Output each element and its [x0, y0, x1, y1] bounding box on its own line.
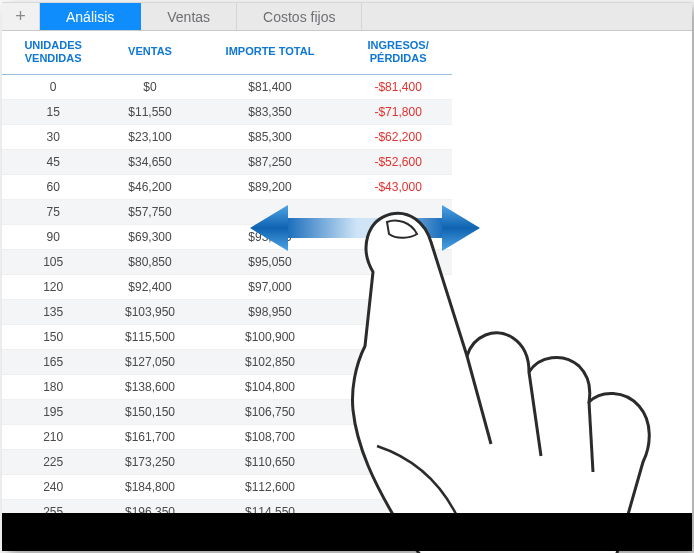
cell-income[interactable]	[344, 375, 452, 400]
cell-income[interactable]: -$71,800	[344, 100, 452, 125]
tab-costos-fijos[interactable]: Costos fijos	[237, 3, 362, 30]
cell-units[interactable]: 45	[2, 150, 104, 175]
tab-ventas[interactable]: Ventas	[141, 3, 237, 30]
tab-label: Análisis	[66, 9, 114, 25]
cell-units[interactable]: 225	[2, 450, 104, 475]
table-row[interactable]: 45$34,650$87,250-$52,600	[2, 150, 452, 175]
cell-income[interactable]	[344, 200, 452, 225]
cell-units[interactable]: 195	[2, 400, 104, 425]
col-header-units[interactable]: UNIDADESVENDIDAS	[2, 31, 104, 75]
cell-income[interactable]: 0	[344, 250, 452, 275]
cell-total[interactable]: $102,850	[196, 350, 345, 375]
cell-total[interactable]	[196, 200, 345, 225]
cell-units[interactable]: 60	[2, 175, 104, 200]
col-header-income[interactable]: INGRESOS/PÉRDIDAS	[344, 31, 452, 75]
cell-total[interactable]: $87,250	[196, 150, 345, 175]
plus-icon: +	[15, 6, 26, 27]
table-row[interactable]: 135$103,950$98,950	[2, 300, 452, 325]
table-row[interactable]: 105$80,850$95,0500	[2, 250, 452, 275]
bottom-shadow	[2, 513, 692, 551]
cell-sales[interactable]: $138,600	[104, 375, 195, 400]
cell-sales[interactable]: $92,400	[104, 275, 195, 300]
cell-sales[interactable]: $23,100	[104, 125, 195, 150]
cell-units[interactable]: 30	[2, 125, 104, 150]
col-header-total[interactable]: IMPORTE TOTAL	[196, 31, 345, 75]
cell-income[interactable]	[344, 325, 452, 350]
cell-sales[interactable]: $57,750	[104, 200, 195, 225]
cell-total[interactable]: $95,050	[196, 250, 345, 275]
sheet-tab-bar: + Análisis Ventas Costos fijos	[2, 3, 692, 31]
cell-sales[interactable]: $127,050	[104, 350, 195, 375]
cell-sales[interactable]: $11,550	[104, 100, 195, 125]
table-row[interactable]: 15$11,550$83,350-$71,800	[2, 100, 452, 125]
table-row[interactable]: 240$184,800$112,600	[2, 475, 452, 500]
data-table[interactable]: UNIDADESVENDIDAS VENTAS IMPORTE TOTAL IN…	[2, 31, 452, 525]
cell-sales[interactable]: $34,650	[104, 150, 195, 175]
cell-total[interactable]: $85,300	[196, 125, 345, 150]
cell-total[interactable]: $93,100	[196, 225, 345, 250]
cell-units[interactable]: 210	[2, 425, 104, 450]
cell-sales[interactable]: $103,950	[104, 300, 195, 325]
cell-units[interactable]: 90	[2, 225, 104, 250]
cell-sales[interactable]: $46,200	[104, 175, 195, 200]
table-row[interactable]: 0$0$81,400-$81,400	[2, 75, 452, 100]
cell-income[interactable]: -$52,600	[344, 150, 452, 175]
table-row[interactable]: 30$23,100$85,300-$62,200	[2, 125, 452, 150]
cell-income[interactable]: -$62,200	[344, 125, 452, 150]
cell-total[interactable]: $106,750	[196, 400, 345, 425]
cell-income[interactable]: 800	[344, 225, 452, 250]
table-row[interactable]: 210$161,700$108,700	[2, 425, 452, 450]
add-sheet-button[interactable]: +	[2, 3, 40, 30]
cell-income[interactable]	[344, 300, 452, 325]
cell-total[interactable]: $110,650	[196, 450, 345, 475]
table-body: 0$0$81,400-$81,40015$11,550$83,350-$71,8…	[2, 75, 452, 525]
cell-income[interactable]	[344, 350, 452, 375]
table-row[interactable]: 90$69,300$93,100800	[2, 225, 452, 250]
cell-units[interactable]: 15	[2, 100, 104, 125]
cell-units[interactable]: 180	[2, 375, 104, 400]
cell-units[interactable]: 105	[2, 250, 104, 275]
cell-units[interactable]: 240	[2, 475, 104, 500]
cell-sales[interactable]: $173,250	[104, 450, 195, 475]
cell-income[interactable]	[344, 475, 452, 500]
table-row[interactable]: 150$115,500$100,900	[2, 325, 452, 350]
spreadsheet-area[interactable]: UNIDADESVENDIDAS VENTAS IMPORTE TOTAL IN…	[2, 31, 692, 525]
cell-units[interactable]: 0	[2, 75, 104, 100]
cell-total[interactable]: $108,700	[196, 425, 345, 450]
cell-sales[interactable]: $184,800	[104, 475, 195, 500]
cell-sales[interactable]: $69,300	[104, 225, 195, 250]
table-row[interactable]: 225$173,250$110,650	[2, 450, 452, 475]
cell-sales[interactable]: $150,150	[104, 400, 195, 425]
cell-income[interactable]	[344, 275, 452, 300]
cell-income[interactable]	[344, 450, 452, 475]
cell-income[interactable]: -$81,400	[344, 75, 452, 100]
cell-income[interactable]	[344, 400, 452, 425]
cell-sales[interactable]: $161,700	[104, 425, 195, 450]
cell-income[interactable]	[344, 425, 452, 450]
cell-total[interactable]: $98,950	[196, 300, 345, 325]
cell-units[interactable]: 135	[2, 300, 104, 325]
cell-total[interactable]: $100,900	[196, 325, 345, 350]
cell-total[interactable]: $83,350	[196, 100, 345, 125]
table-row[interactable]: 195$150,150$106,750	[2, 400, 452, 425]
cell-units[interactable]: 75	[2, 200, 104, 225]
cell-total[interactable]: $112,600	[196, 475, 345, 500]
cell-units[interactable]: 120	[2, 275, 104, 300]
cell-sales[interactable]: $80,850	[104, 250, 195, 275]
cell-total[interactable]: $104,800	[196, 375, 345, 400]
table-row[interactable]: 75$57,750	[2, 200, 452, 225]
cell-income[interactable]: -$43,000	[344, 175, 452, 200]
col-header-sales[interactable]: VENTAS	[104, 31, 195, 75]
cell-units[interactable]: 165	[2, 350, 104, 375]
cell-total[interactable]: $89,200	[196, 175, 345, 200]
table-row[interactable]: 60$46,200$89,200-$43,000	[2, 175, 452, 200]
cell-units[interactable]: 150	[2, 325, 104, 350]
cell-sales[interactable]: $115,500	[104, 325, 195, 350]
cell-sales[interactable]: $0	[104, 75, 195, 100]
tab-analisis[interactable]: Análisis	[40, 3, 141, 30]
table-row[interactable]: 165$127,050$102,850	[2, 350, 452, 375]
cell-total[interactable]: $97,000	[196, 275, 345, 300]
cell-total[interactable]: $81,400	[196, 75, 345, 100]
table-row[interactable]: 180$138,600$104,800	[2, 375, 452, 400]
table-row[interactable]: 120$92,400$97,000	[2, 275, 452, 300]
